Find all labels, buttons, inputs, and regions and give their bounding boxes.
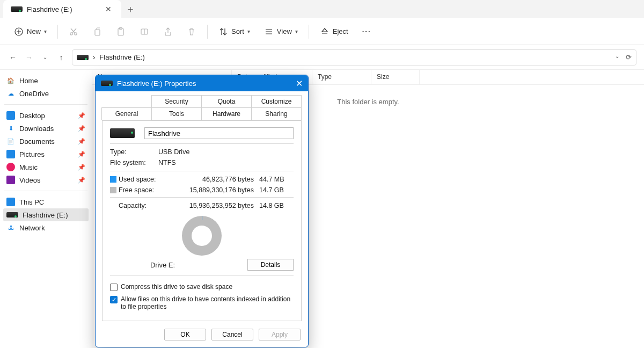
tab-customize[interactable]: Customize bbox=[251, 95, 302, 108]
address-bar[interactable]: › Flashdrive (E:) ⌄ ⟳ bbox=[72, 49, 636, 66]
sidebar-item-label: Downloads bbox=[19, 125, 54, 133]
checkbox-checked-icon: ✓ bbox=[110, 296, 118, 303]
drive-icon bbox=[101, 81, 113, 86]
pin-icon: 📌 bbox=[78, 164, 85, 171]
used-label: Used space: bbox=[119, 176, 167, 183]
refresh-icon[interactable]: ⟳ bbox=[626, 53, 632, 61]
sidebar-item-videos[interactable]: Videos📌 bbox=[3, 173, 89, 186]
index-checkbox[interactable]: ✓ Allow files on this drive to have cont… bbox=[110, 295, 294, 310]
dialog-titlebar[interactable]: Flashdrive (E:) Properties ✕ bbox=[96, 75, 308, 91]
free-swatch bbox=[110, 187, 116, 193]
apply-button[interactable]: Apply bbox=[259, 329, 301, 340]
details-button[interactable]: Details bbox=[247, 259, 294, 271]
new-tab-button[interactable]: ＋ bbox=[121, 3, 140, 16]
capacity-bytes: 15,936,253,952 bytes bbox=[167, 202, 259, 209]
pictures-icon bbox=[6, 150, 15, 158]
sort-label: Sort bbox=[231, 27, 244, 35]
index-label: Allow files on this drive to have conten… bbox=[121, 295, 294, 310]
breadcrumb[interactable]: Flashdrive (E:) bbox=[99, 53, 145, 61]
capacity-human: 14.8 GB bbox=[259, 202, 294, 209]
checkbox-icon bbox=[110, 284, 118, 291]
desktop-icon bbox=[6, 111, 15, 120]
documents-icon: 📄 bbox=[6, 137, 15, 146]
back-button[interactable]: ← bbox=[8, 53, 18, 62]
cloud-icon: ☁ bbox=[6, 89, 15, 98]
svg-point-1 bbox=[70, 32, 72, 34]
sort-button[interactable]: Sort ▾ bbox=[213, 24, 255, 40]
drive-name-input[interactable] bbox=[144, 127, 294, 139]
sidebar-item-onedrive[interactable]: ☁OneDrive bbox=[3, 87, 89, 100]
tab-title: Flashdrive (E:) bbox=[27, 5, 72, 13]
dialog-body: Security Quota Customize General Tools H… bbox=[96, 91, 308, 324]
more-button[interactable]: ··· bbox=[357, 24, 377, 39]
eject-button[interactable]: Eject bbox=[314, 24, 354, 40]
sidebar-item-flashdrive[interactable]: Flashdrive (E:) bbox=[3, 208, 89, 221]
window-tab[interactable]: Flashdrive (E:) ✕ bbox=[3, 0, 121, 18]
pin-icon: 📌 bbox=[78, 177, 85, 184]
tab-quota[interactable]: Quota bbox=[201, 95, 252, 108]
tab-tools[interactable]: Tools bbox=[151, 107, 202, 120]
sidebar-item-label: Network bbox=[19, 224, 45, 232]
sidebar-item-downloads[interactable]: ⬇Downloads📌 bbox=[3, 122, 89, 135]
share-button[interactable] bbox=[158, 24, 178, 40]
usage-pie-chart bbox=[182, 216, 222, 256]
cut-button[interactable] bbox=[63, 24, 84, 40]
tab-general[interactable]: General bbox=[101, 107, 152, 120]
sidebar-item-pictures[interactable]: Pictures📌 bbox=[3, 148, 89, 161]
separator bbox=[4, 191, 87, 191]
sidebar-item-desktop[interactable]: Desktop📌 bbox=[3, 109, 89, 122]
ok-button[interactable]: OK bbox=[164, 329, 206, 340]
free-label: Free space: bbox=[119, 186, 167, 194]
paste-button[interactable] bbox=[111, 24, 131, 40]
tab-hardware[interactable]: Hardware bbox=[201, 107, 252, 120]
rename-icon bbox=[140, 27, 149, 37]
separator bbox=[4, 104, 87, 105]
compress-checkbox[interactable]: Compress this drive to save disk space bbox=[110, 283, 294, 291]
separator bbox=[207, 25, 208, 39]
up-button[interactable]: ↑ bbox=[56, 53, 67, 62]
sidebar-item-thispc[interactable]: This PC bbox=[3, 195, 89, 208]
tab-security[interactable]: Security bbox=[151, 95, 202, 108]
share-icon bbox=[163, 27, 173, 37]
col-size[interactable]: Size bbox=[371, 70, 420, 84]
sidebar-item-label: Desktop bbox=[19, 112, 45, 120]
copy-button[interactable] bbox=[87, 24, 107, 40]
sidebar-item-music[interactable]: Music📌 bbox=[3, 161, 89, 173]
close-tab-icon[interactable]: ✕ bbox=[105, 5, 112, 13]
network-icon: 🖧 bbox=[6, 223, 15, 232]
breadcrumb-sep: › bbox=[93, 53, 95, 61]
music-icon bbox=[6, 163, 15, 171]
sidebar: 🏠Home ☁OneDrive Desktop📌 ⬇Downloads📌 📄Do… bbox=[0, 70, 92, 348]
address-chevron-icon[interactable]: ⌄ bbox=[615, 53, 619, 61]
svg-point-2 bbox=[75, 32, 77, 34]
rename-button[interactable] bbox=[134, 24, 155, 40]
toolbar: New ▾ Sort ▾ View ▾ Eject ··· bbox=[0, 18, 644, 45]
chevron-down-icon: ▾ bbox=[247, 28, 250, 34]
sidebar-item-label: Pictures bbox=[19, 150, 45, 158]
properties-dialog: Flashdrive (E:) Properties ✕ Security Qu… bbox=[95, 75, 309, 347]
recent-button[interactable]: ⌄ bbox=[40, 54, 50, 60]
drive-icon bbox=[11, 6, 23, 12]
forward-button[interactable]: → bbox=[24, 53, 34, 62]
used-bytes: 46,923,776 bytes bbox=[167, 176, 259, 183]
sidebar-item-home[interactable]: 🏠Home bbox=[3, 74, 89, 87]
new-label: New bbox=[27, 27, 41, 35]
sidebar-item-documents[interactable]: 📄Documents📌 bbox=[3, 135, 89, 148]
filesystem-value: NTFS bbox=[158, 159, 294, 166]
close-icon[interactable]: ✕ bbox=[296, 78, 303, 89]
home-icon: 🏠 bbox=[6, 76, 15, 85]
capacity-label: Capacity: bbox=[110, 202, 167, 209]
view-button[interactable]: View ▾ bbox=[259, 24, 303, 40]
sidebar-item-label: OneDrive bbox=[19, 90, 49, 98]
delete-button[interactable] bbox=[181, 24, 202, 40]
view-icon bbox=[264, 27, 274, 37]
sidebar-item-network[interactable]: 🖧Network bbox=[3, 221, 89, 234]
tab-sharing[interactable]: Sharing bbox=[251, 107, 302, 120]
drive-icon bbox=[110, 128, 135, 138]
new-button[interactable]: New ▾ bbox=[9, 24, 52, 40]
sidebar-item-label: Videos bbox=[19, 176, 41, 184]
sidebar-item-label: Home bbox=[19, 77, 38, 85]
dialog-tabs: Security Quota Customize General Tools H… bbox=[102, 96, 302, 120]
col-type[interactable]: Type bbox=[312, 70, 371, 84]
cancel-button[interactable]: Cancel bbox=[211, 329, 253, 340]
